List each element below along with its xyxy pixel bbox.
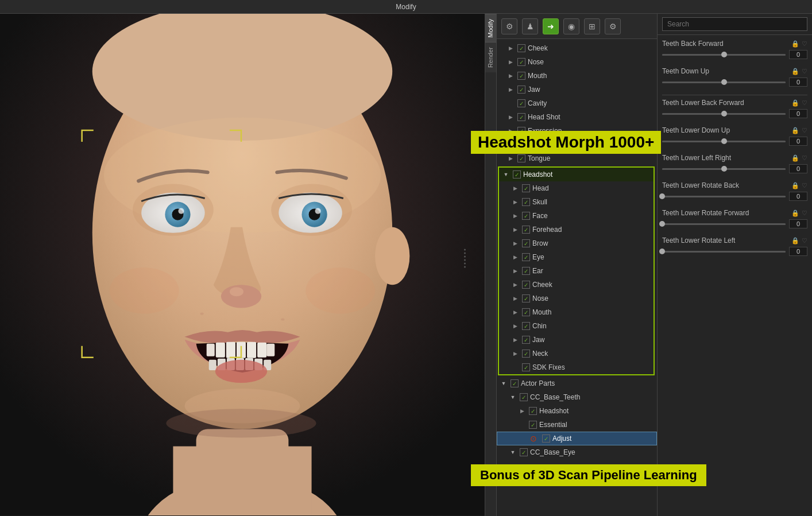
checkbox-face[interactable]: ✓ xyxy=(522,212,530,220)
tree-item-brow[interactable]: ▶ ✓ Brow xyxy=(499,236,654,250)
checkbox-cc-base-teeth[interactable]: ✓ xyxy=(520,393,528,401)
tree-item-jaw-child[interactable]: ▶ ✓ Jaw xyxy=(499,333,654,347)
tree-item-headshot-parent[interactable]: ▼ ✓ Headshot xyxy=(499,168,654,181)
slider-teeth-back-forward[interactable] xyxy=(662,54,786,56)
lock-icon[interactable]: 🔒 xyxy=(791,68,799,75)
tree-item-mouth-child[interactable]: ▶ ✓ Mouth xyxy=(499,305,654,319)
lock-icon[interactable]: 🔒 xyxy=(791,154,799,162)
value-teeth-lower-left-right[interactable] xyxy=(789,164,807,173)
checkbox-nose-top[interactable]: ✓ xyxy=(517,58,525,66)
lock-icon[interactable]: 🔒 xyxy=(791,40,799,48)
tree-item-head[interactable]: ▶ ✓ Head xyxy=(499,181,654,195)
tree-item-cheek-child[interactable]: ▶ ✓ Cheek xyxy=(499,278,654,292)
checkbox-jaw-top[interactable]: ✓ xyxy=(517,86,525,94)
checkbox-headshot-top[interactable]: ✓ xyxy=(517,113,525,121)
checkbox-mouth-top[interactable]: ✓ xyxy=(517,72,525,80)
tree-item-eye[interactable]: ▶ ✓ Eye xyxy=(499,250,654,264)
heart-icon[interactable]: ♡ xyxy=(802,182,807,189)
checkbox-forehead[interactable]: ✓ xyxy=(522,226,530,234)
tree-item-essential[interactable]: ▶ ✓ Essential xyxy=(497,418,657,432)
lock-icon[interactable]: 🔒 xyxy=(791,182,799,189)
tree-item-cc-base-teeth[interactable]: ▼ ✓ CC_Base_Teeth xyxy=(497,390,657,404)
chevron-right-icon: ▶ xyxy=(511,266,520,276)
lock-icon[interactable]: 🔒 xyxy=(791,237,799,245)
checkbox-actor-parts[interactable]: ✓ xyxy=(511,379,519,387)
title-bar: Modify xyxy=(0,0,812,14)
value-teeth-lower-rotate-forward[interactable] xyxy=(789,219,807,228)
heart-icon[interactable]: ♡ xyxy=(802,68,807,75)
tree-item-cavity[interactable]: ▶ ✓ Cavity xyxy=(497,96,657,110)
tree-item-mouth-top[interactable]: ▶ ✓ Mouth xyxy=(497,69,657,83)
sliders-toolbar-icon[interactable]: ⚙ xyxy=(501,18,517,34)
checkbox-skull[interactable]: ✓ xyxy=(522,198,530,206)
checkbox-head[interactable]: ✓ xyxy=(522,184,530,192)
tree-item-sdk-fixes[interactable]: ▶ ✓ SDK Fixes xyxy=(499,360,654,374)
person-toolbar-icon[interactable]: ♟ xyxy=(522,18,538,34)
slider-teeth-lower-rotate-forward[interactable] xyxy=(662,223,786,225)
value-teeth-lower-rotate-back[interactable] xyxy=(789,192,807,201)
tree-item-skull[interactable]: ▶ ✓ Skull xyxy=(499,195,654,209)
tree-item-adjust[interactable]: ▶ ⊙ ✓ Adjust xyxy=(497,432,657,445)
tree-item-cheek-top[interactable]: ▶ ✓ Cheek xyxy=(497,41,657,55)
modify-tab[interactable]: Modify xyxy=(485,14,496,42)
checkbox-neck[interactable]: ✓ xyxy=(522,350,530,358)
heart-icon[interactable]: ♡ xyxy=(802,209,807,217)
checkbox-tongue[interactable]: ✓ xyxy=(517,154,525,162)
checkbox-cavity[interactable]: ✓ xyxy=(517,99,525,107)
checkbox-brow[interactable]: ✓ xyxy=(522,239,530,247)
checkbox-cheek-top[interactable]: ✓ xyxy=(517,44,525,52)
value-teeth-back-forward[interactable] xyxy=(789,50,807,59)
render-tab[interactable]: Render xyxy=(485,42,496,72)
settings-toolbar-icon[interactable]: ⚙ xyxy=(605,18,621,34)
checkbox-headshot-parent[interactable]: ✓ xyxy=(513,170,521,179)
value-teeth-lower-back-forward[interactable] xyxy=(789,109,807,118)
heart-icon[interactable]: ♡ xyxy=(802,154,807,162)
heart-icon[interactable]: ♡ xyxy=(802,237,807,245)
slider-teeth-lower-down-up[interactable] xyxy=(662,141,786,142)
slider-teeth-lower-back-forward[interactable] xyxy=(662,113,786,115)
checkbox-cc-base-eye[interactable]: ✓ xyxy=(520,448,528,456)
heart-icon[interactable]: ♡ xyxy=(802,40,807,48)
tree-item-nose-top[interactable]: ▶ ✓ Nose xyxy=(497,55,657,69)
tree-item-headshot-cc[interactable]: ▶ ✓ Headshot xyxy=(497,404,657,418)
checkbox-cheek-child[interactable]: ✓ xyxy=(522,281,530,289)
slider-teeth-down-up[interactable] xyxy=(662,82,786,83)
grid-toolbar-icon[interactable]: ⊞ xyxy=(584,18,600,34)
tree-item-jaw-top[interactable]: ▶ ✓ Jaw xyxy=(497,83,657,96)
tree-item-nose-child[interactable]: ▶ ✓ Nose xyxy=(499,292,654,305)
morph-toolbar-icon[interactable]: ➜ xyxy=(543,18,559,34)
tree-item-cc-base-eye[interactable]: ▼ ✓ CC_Base_Eye xyxy=(497,445,657,459)
checkbox-nose-child[interactable]: ✓ xyxy=(522,294,530,302)
checkbox-mouth-child[interactable]: ✓ xyxy=(522,308,530,316)
checkbox-adjust[interactable]: ✓ xyxy=(542,434,550,443)
slider-teeth-lower-rotate-left[interactable] xyxy=(662,251,786,253)
lock-icon[interactable]: 🔒 xyxy=(791,127,799,134)
checkbox-ear[interactable]: ✓ xyxy=(522,267,530,275)
heart-icon[interactable]: ♡ xyxy=(802,99,807,107)
tree-item-face[interactable]: ▶ ✓ Face xyxy=(499,209,654,223)
tree-item-ear[interactable]: ▶ ✓ Ear xyxy=(499,264,654,278)
checkbox-chin[interactable]: ✓ xyxy=(522,322,530,330)
checkbox-headshot-cc[interactable]: ✓ xyxy=(529,407,537,415)
lock-icon[interactable]: 🔒 xyxy=(791,209,799,217)
slider-teeth-lower-left-right[interactable] xyxy=(662,168,786,170)
value-teeth-down-up[interactable] xyxy=(789,77,807,87)
tree-item-actor-parts[interactable]: ▼ ✓ Actor Parts xyxy=(497,377,657,390)
tree-item-neck[interactable]: ▶ ✓ Neck xyxy=(499,347,654,360)
value-teeth-lower-rotate-left[interactable] xyxy=(789,247,807,256)
checkbox-essential[interactable]: ✓ xyxy=(529,421,537,429)
prop-teeth-lower-rotate-left: Teeth Lower Rotate Left 🔒 ♡ xyxy=(662,236,807,256)
tree-item-chin[interactable]: ▶ ✓ Chin xyxy=(499,319,654,333)
tree-item-forehead[interactable]: ▶ ✓ Forehead xyxy=(499,223,654,236)
value-teeth-lower-down-up[interactable] xyxy=(789,137,807,146)
shape-toolbar-icon[interactable]: ◉ xyxy=(563,18,579,34)
heart-icon[interactable]: ♡ xyxy=(802,127,807,134)
checkbox-eye[interactable]: ✓ xyxy=(522,253,530,261)
checkbox-sdk-fixes[interactable]: ✓ xyxy=(522,363,530,371)
resize-handle[interactable] xyxy=(464,249,466,267)
slider-teeth-lower-rotate-back[interactable] xyxy=(662,196,786,197)
search-input[interactable] xyxy=(662,17,807,31)
lock-icon[interactable]: 🔒 xyxy=(791,99,799,107)
checkbox-jaw-child[interactable]: ✓ xyxy=(522,336,530,344)
tree-item-headshot-top[interactable]: ▶ ✓ Head Shot xyxy=(497,110,657,124)
